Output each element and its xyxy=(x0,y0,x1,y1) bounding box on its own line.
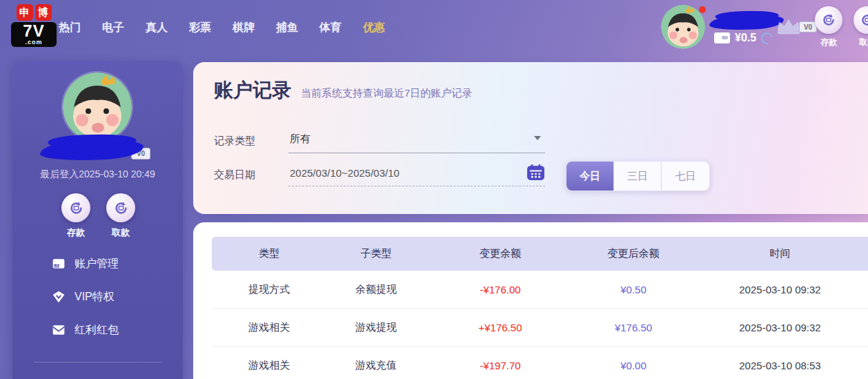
record-type-select[interactable]: 所有 xyxy=(288,128,545,153)
column-header-time: 时间 xyxy=(692,247,868,260)
sidebar: V0 最后登入2025-03-10 20:49 存款 取款 账户管理 VIP特权… xyxy=(12,61,183,379)
table-row: 提现方式余额提现-¥176.00¥0.502025-03-10 09:32 xyxy=(212,271,868,309)
balance-amount: ¥0.5 xyxy=(735,32,756,44)
cell-balance: ¥0.50 xyxy=(575,284,692,295)
deposit-label: 存款 xyxy=(54,226,98,239)
sidebar-item-label: 红利红包 xyxy=(75,323,119,338)
main-nav: 热门电子真人彩票棋牌捕鱼体育优惠 xyxy=(59,0,385,55)
top-bar: 申 博 7V .com 热门电子真人彩票棋牌捕鱼体育优惠 V0 ¥0.5 存款 … xyxy=(0,0,868,55)
date-range-tabs: 今日三日七日 xyxy=(566,161,710,191)
sidebar-deposit-button[interactable]: 存款 xyxy=(54,193,98,239)
site-logo[interactable]: 申 博 7V .com xyxy=(11,4,57,47)
refresh-balance-icon[interactable] xyxy=(759,30,776,46)
logo-tld: .com xyxy=(14,39,54,45)
sidebar-item-red-envelope[interactable]: 红利红包 xyxy=(52,313,176,347)
deposit-icon xyxy=(68,200,84,216)
sidebar-divider xyxy=(33,362,162,362)
topbar-deposit-button[interactable]: 存款 xyxy=(809,6,849,48)
account-records-panel: 账户记录 当前系统支持查询最近7日的账户记录 记录类型 所有 交易日期 2025… xyxy=(193,62,868,214)
column-header-type: 类型 xyxy=(212,247,326,260)
date-range-input[interactable]: 2025/03/10~2025/03/10 xyxy=(288,163,545,186)
sidebar-avatar[interactable] xyxy=(63,72,132,142)
page-subtitle: 当前系统支持查询最近7日的账户记录 xyxy=(301,87,472,100)
sidebar-withdraw-button[interactable]: 取款 xyxy=(99,193,143,239)
nav-item[interactable]: 彩票 xyxy=(189,21,211,35)
topbar-withdraw-button[interactable]: 取款 xyxy=(847,6,868,48)
cell-type: 游戏相关 xyxy=(212,359,326,372)
last-login-text: 最后登入2025-03-10 20:49 xyxy=(12,168,183,181)
sidebar-item-vip[interactable]: VIP特权 xyxy=(52,280,176,313)
cell-balance: ¥176.50 xyxy=(575,322,692,333)
nav-item[interactable]: 优惠 xyxy=(363,21,385,35)
range-tab[interactable]: 三日 xyxy=(614,162,662,191)
table-row: 游戏相关游戏充值-¥197.70¥0.002025-03-10 08:53 xyxy=(212,347,868,379)
vip-badge-icon xyxy=(52,290,66,304)
avatar[interactable] xyxy=(661,5,705,49)
record-type-label: 记录类型 xyxy=(214,135,288,148)
nav-item[interactable]: 真人 xyxy=(146,21,168,35)
range-tab[interactable]: 七日 xyxy=(662,162,709,191)
calendar-icon[interactable] xyxy=(526,164,545,181)
cell-change: -¥176.00 xyxy=(426,284,575,295)
table-header: 类型 子类型 变更余额 变更后余额 时间 xyxy=(212,237,868,271)
cell-balance: ¥0.00 xyxy=(575,360,692,371)
column-header-subtype: 子类型 xyxy=(326,247,426,260)
vip-crown-icon xyxy=(775,18,802,36)
date-range-value: 2025/03/10~2025/03/10 xyxy=(290,167,400,179)
sidebar-username-redacted xyxy=(39,137,144,163)
notification-dot xyxy=(699,6,706,13)
cell-subtype: 游戏充值 xyxy=(326,359,426,372)
range-tab[interactable]: 今日 xyxy=(566,162,614,191)
table-body: 提现方式余额提现-¥176.00¥0.502025-03-10 09:32游戏相… xyxy=(212,271,868,379)
cell-time: 2025-03-10 08:53 xyxy=(692,360,868,371)
record-type-value: 所有 xyxy=(290,133,310,144)
cell-type: 提现方式 xyxy=(212,283,326,296)
nav-item[interactable]: 电子 xyxy=(102,21,124,35)
cell-time: 2025-03-10 09:32 xyxy=(692,322,868,333)
withdraw-label: 取款 xyxy=(99,226,143,239)
withdraw-icon xyxy=(860,12,868,28)
sidebar-item-account-management[interactable]: 账户管理 xyxy=(52,247,176,280)
column-header-balance: 变更后余额 xyxy=(575,247,692,260)
withdraw-label: 取款 xyxy=(847,37,868,48)
logo-badge-char: 博 xyxy=(35,4,52,21)
nav-item[interactable]: 棋牌 xyxy=(233,21,255,35)
table-row: 游戏相关游戏提现+¥176.50¥176.502025-03-10 09:32 xyxy=(212,309,868,347)
sidebar-item-label: VIP特权 xyxy=(75,290,115,304)
cell-time: 2025-03-10 09:32 xyxy=(692,284,868,295)
cell-change: +¥176.50 xyxy=(426,322,575,333)
nav-item[interactable]: 捕鱼 xyxy=(276,21,298,35)
wallet-icon xyxy=(714,32,730,43)
chevron-down-icon[interactable] xyxy=(534,136,541,140)
red-envelope-icon xyxy=(52,323,66,337)
cell-subtype: 游戏提现 xyxy=(326,321,426,334)
deposit-icon xyxy=(821,12,836,28)
logo-name: 7V xyxy=(14,23,54,39)
logo-badge-char: 申 xyxy=(17,4,33,21)
transaction-date-label: 交易日期 xyxy=(214,168,288,182)
cell-type: 游戏相关 xyxy=(212,321,326,334)
deposit-label: 存款 xyxy=(809,37,849,48)
records-table-panel: 类型 子类型 变更余额 变更后余额 时间 提现方式余额提现-¥176.00¥0.… xyxy=(193,222,868,379)
page-title: 账户记录 xyxy=(214,77,291,104)
cell-change: -¥197.70 xyxy=(426,360,575,371)
withdraw-icon xyxy=(113,200,129,216)
account-card-icon xyxy=(52,257,66,271)
sidebar-item-label: 账户管理 xyxy=(75,257,119,271)
nav-item[interactable]: 体育 xyxy=(319,21,342,35)
nav-item[interactable]: 热门 xyxy=(59,21,81,35)
sidebar-menu: 账户管理 VIP特权 红利红包 xyxy=(52,247,176,347)
column-header-change: 变更余额 xyxy=(426,247,575,260)
cell-subtype: 余额提现 xyxy=(326,283,426,296)
